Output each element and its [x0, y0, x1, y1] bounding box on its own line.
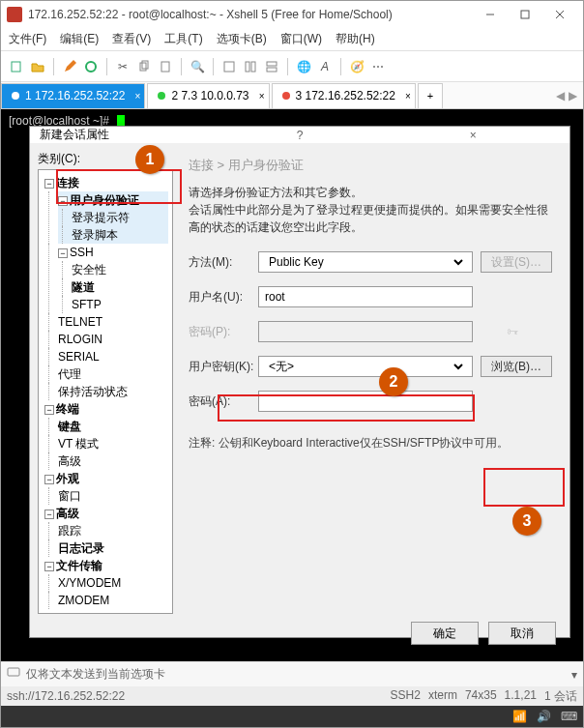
layout1-icon[interactable]	[219, 57, 239, 76]
help-button[interactable]: ?	[213, 129, 386, 142]
svg-rect-14	[8, 668, 19, 676]
right-pane: 连接 > 用户身份验证 请选择身份验证方法和其它参数。 会话属性中此部分是为了登…	[183, 151, 562, 614]
svg-rect-10	[246, 62, 249, 72]
username-input[interactable]	[258, 286, 473, 307]
session-properties-dialog: 新建会话属性 ? × 类别(C): −连接 −用户身份验证 登录提示符 登录脚本	[29, 126, 570, 638]
cancel-button[interactable]: 取消	[488, 622, 556, 645]
cut-icon[interactable]: ✂	[113, 57, 132, 76]
statusbar-bottom: 📶 🔊 ⌨	[1, 706, 583, 727]
layout2-icon[interactable]	[241, 57, 260, 76]
key-icon: 🗝	[473, 325, 552, 338]
status-dot-icon	[282, 92, 290, 100]
menubar: 文件(F) 编辑(E) 查看(V) 工具(T) 选项卡(B) 窗口(W) 帮助(…	[1, 28, 583, 51]
step-callout-1: 1	[135, 145, 164, 174]
passphrase-label: 密码(A):	[189, 393, 258, 410]
userkey-select[interactable]: <无>	[258, 356, 473, 377]
xshell-icon[interactable]: 🧭	[347, 57, 366, 76]
app-icon	[7, 7, 22, 22]
tab-prev-icon[interactable]: ◀	[556, 89, 565, 102]
category-tree[interactable]: −连接 −用户身份验证 登录提示符 登录脚本 −SSH 安全性隧道SFTP	[38, 169, 173, 614]
method-label: 方法(M):	[189, 254, 258, 271]
minimize-button[interactable]	[473, 2, 508, 27]
layout3-icon[interactable]	[262, 57, 281, 76]
tray-icon: ⌨	[561, 710, 577, 723]
password-label: 密码(P):	[189, 324, 258, 340]
chat-icon	[7, 666, 20, 683]
menu-window[interactable]: 窗口(W)	[280, 31, 322, 47]
step-callout-3: 3	[512, 507, 541, 536]
search-icon[interactable]: 🔍	[188, 57, 207, 76]
open-icon[interactable]	[28, 57, 47, 76]
maximize-button[interactable]	[508, 2, 542, 27]
titlebar: 172.16.252.52:22 - root@localhost:~ - Xs…	[1, 1, 583, 28]
desc-line: 请选择身份验证方法和其它参数。	[189, 184, 552, 201]
desc-line: 会话属性中此部分是为了登录过程更便捷而提供的。如果需要安全性很高的状态的话建议您…	[189, 201, 552, 236]
svg-point-5	[86, 62, 96, 72]
username-label: 用户名(U):	[189, 289, 258, 306]
svg-rect-6	[140, 63, 146, 71]
dropdown-icon[interactable]: ▾	[571, 668, 577, 682]
font-icon[interactable]: A	[315, 57, 335, 76]
status-url: ssh://172.16.252.52:22	[7, 689, 125, 703]
input-bar: 仅将文本发送到当前选项卡 ▾	[1, 661, 583, 686]
tab-1[interactable]: 1 172.16.252.52:22 ×	[1, 83, 145, 108]
userkey-label: 用户密钥(K):	[189, 359, 258, 375]
tab-close-icon[interactable]: ×	[405, 91, 411, 102]
ok-button[interactable]: 确定	[411, 622, 479, 645]
note-text: 注释: 公钥和Keyboard Interactive仅在SSH/SFTP协议中…	[189, 435, 552, 451]
menu-tabs[interactable]: 选项卡(B)	[217, 31, 267, 47]
copy-icon[interactable]	[134, 57, 154, 76]
window-title: 172.16.252.52:22 - root@localhost:~ - Xs…	[28, 8, 473, 21]
browse-button[interactable]: 浏览(B)…	[481, 356, 552, 377]
svg-rect-11	[251, 62, 255, 72]
svg-rect-13	[267, 68, 277, 72]
tab-close-icon[interactable]: ×	[135, 91, 141, 102]
tab-next-icon[interactable]: ▶	[569, 89, 577, 102]
passphrase-input[interactable]	[258, 391, 473, 412]
tab-label: 1 172.16.252.52:22	[25, 89, 125, 102]
dialog-titlebar: 新建会话属性 ? ×	[30, 127, 569, 143]
close-button[interactable]	[542, 2, 577, 27]
tray-icon: 🔊	[537, 710, 551, 723]
svg-rect-8	[161, 62, 169, 72]
tab-2[interactable]: 2 7.3 10.0.0.73 ×	[147, 83, 269, 108]
step-callout-2: 2	[379, 367, 408, 396]
settings-button: 设置(S)…	[481, 251, 552, 273]
close-button[interactable]: ×	[387, 129, 560, 142]
menu-view[interactable]: 查看(V)	[112, 31, 151, 47]
dialog-title: 新建会话属性	[40, 127, 213, 143]
pencil-icon[interactable]	[60, 57, 79, 76]
more-icon[interactable]: ⋯	[368, 57, 388, 76]
tray-icon: 📶	[512, 710, 527, 723]
input-hint[interactable]: 仅将文本发送到当前选项卡	[26, 666, 165, 683]
breadcrumb: 连接 > 用户身份验证	[189, 157, 552, 174]
svg-rect-12	[267, 62, 277, 66]
password-input	[258, 321, 473, 342]
svg-rect-7	[142, 61, 148, 69]
tab-label: 2 7.3 10.0.0.73	[171, 89, 248, 102]
method-select[interactable]: Public Key	[258, 251, 473, 273]
menu-help[interactable]: 帮助(H)	[336, 31, 375, 47]
statusbar-top: ssh://172.16.252.52:22 SSH2 xterm 74x35 …	[1, 686, 583, 706]
svg-rect-9	[224, 62, 234, 72]
tabbar: 1 172.16.252.52:22 × 2 7.3 10.0.0.73 × 3…	[1, 82, 583, 109]
menu-edit[interactable]: 编辑(E)	[60, 31, 99, 47]
menu-tools[interactable]: 工具(T)	[164, 31, 202, 47]
svg-rect-4	[12, 62, 20, 72]
tab-label: 3 172.16.252.52:22	[296, 89, 395, 102]
svg-rect-1	[521, 11, 529, 18]
tab-add[interactable]: +	[418, 83, 443, 108]
status-dot-icon	[158, 92, 165, 100]
tab-close-icon[interactable]: ×	[259, 91, 265, 102]
menu-file[interactable]: 文件(F)	[9, 31, 46, 47]
refresh-icon[interactable]	[81, 57, 101, 76]
globe-icon[interactable]: 🌐	[294, 57, 313, 76]
paste-icon[interactable]	[156, 57, 175, 76]
toolbar: ✂ 🔍 🌐 A 🧭 ⋯	[1, 51, 583, 82]
new-icon[interactable]	[7, 57, 26, 76]
tab-3[interactable]: 3 172.16.252.52:22 ×	[272, 83, 416, 108]
